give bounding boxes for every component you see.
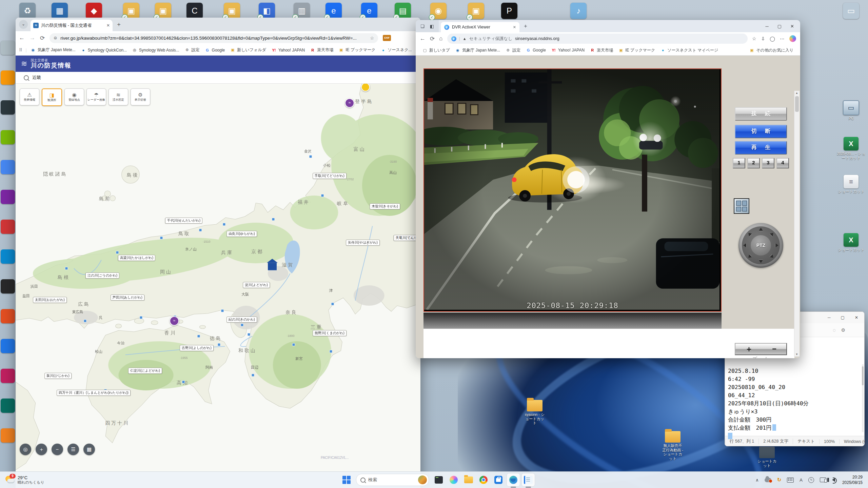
- map-tool-button[interactable]: ◉ 登録地点: [64, 88, 84, 105]
- bookmark-item[interactable]: ◉ 気象庁 Japan Mete...: [28, 46, 78, 54]
- settings-gear-icon[interactable]: ⚙: [841, 327, 845, 333]
- notepad-scrollbar[interactable]: [862, 364, 864, 432]
- start-button[interactable]: [340, 474, 353, 486]
- river-name-badge[interactable]: 淀川(よどがわ): [243, 282, 270, 288]
- station-dot[interactable]: [199, 229, 202, 232]
- play-button[interactable]: 再 生: [735, 141, 787, 155]
- taskbar-search[interactable]: 検索: [356, 474, 429, 486]
- profile-avatar[interactable]: ◯: [770, 36, 775, 41]
- map-control-button[interactable]: −: [52, 444, 63, 455]
- bookmark-item[interactable]: Y! Yahoo! JAPAN: [269, 47, 308, 54]
- station-dot[interactable]: [218, 343, 221, 346]
- river-name-badge[interactable]: 四万十川（渡川）(しまんとがわ(わたりがわ)): [57, 390, 131, 396]
- taskbar-app-button[interactable]: [432, 473, 445, 486]
- bookmark-item[interactable]: ▢ 新しいタブ: [420, 46, 453, 54]
- desktop-icon[interactable]: P: [501, 3, 517, 19]
- vertical-tabs-icon[interactable]: ◧: [430, 24, 434, 29]
- cctv-video-feed[interactable]: 2025-08-15 20:29:18: [423, 68, 722, 312]
- bookmark-item[interactable]: ▣ IE ブックマーク: [336, 46, 378, 54]
- bookmark-item[interactable]: ◎ Synology Web Assis...: [130, 47, 182, 54]
- river-name-badge[interactable]: 由良川(ゆらがわ): [226, 231, 257, 237]
- desktop-icon[interactable]: ◆: [86, 3, 102, 19]
- desktop-shortcut[interactable]: ▭ PC: [837, 100, 865, 121]
- map-tool-button[interactable]: ⚙ 表示切替: [131, 88, 150, 105]
- channel-button[interactable]: 4: [776, 158, 789, 168]
- page-scrollbar[interactable]: ▲ ▼: [794, 91, 800, 357]
- weather-widget[interactable]: 9 29°C 晴れのちくもり: [0, 475, 127, 485]
- desktop-icon[interactable]: [1, 70, 15, 85]
- river-name-badge[interactable]: 肱川(ひじかわ): [44, 373, 72, 379]
- channel-button[interactable]: 1: [733, 158, 745, 168]
- desktop-icon[interactable]: [1, 428, 15, 443]
- desktop-icon[interactable]: e ✓: [326, 3, 342, 19]
- station-dot[interactable]: [221, 309, 224, 312]
- desktop-icon[interactable]: [1, 279, 15, 293]
- new-tab-button[interactable]: ＋: [116, 20, 122, 28]
- river-name-badge[interactable]: 紀の川(きのかわ): [226, 317, 257, 323]
- desktop-shortcut[interactable]: X 2025-08… - ショートカット: [837, 137, 865, 160]
- taskbar-app-button[interactable]: [447, 473, 460, 486]
- station-dot[interactable]: [321, 194, 324, 197]
- river-name-badge[interactable]: 熊野川(くまのがわ): [313, 330, 347, 336]
- map-tool-button[interactable]: ☂ レーダー画像: [86, 88, 106, 105]
- ime-mode-indicator[interactable]: A: [800, 477, 803, 483]
- desktop-icon[interactable]: [1, 190, 15, 204]
- reload-button[interactable]: ⟳: [430, 35, 435, 42]
- downloads-icon[interactable]: ⇩: [761, 36, 765, 41]
- desktop-folder-shortcut[interactable]: syasinn - ショートカット: [524, 400, 546, 425]
- river-name-badge[interactable]: 手取川(てどりがわ): [313, 173, 347, 179]
- desktop-icon[interactable]: ▭: [843, 3, 859, 19]
- onedrive-icon[interactable]: [765, 478, 771, 482]
- desktop-shortcut[interactable]: ≡ ショートカット: [837, 175, 865, 194]
- volume-icon[interactable]: [832, 478, 835, 482]
- station-dot[interactable]: [140, 316, 143, 319]
- river-name-badge[interactable]: 太田川(おおたがわ): [33, 297, 67, 303]
- map-tool-button[interactable]: ≋ 浸水想定: [108, 88, 128, 105]
- station-dot[interactable]: [248, 333, 251, 336]
- bookmark-item[interactable]: G Google: [523, 47, 549, 54]
- connect-button[interactable]: 接 続: [735, 107, 787, 121]
- forward-button[interactable]: →: [29, 35, 35, 41]
- river-name-badge[interactable]: 吉野川(よしのがわ): [180, 345, 214, 351]
- desktop-icon[interactable]: ▦: [52, 3, 68, 19]
- station-dot[interactable]: [160, 237, 163, 240]
- station-dot[interactable]: [182, 381, 185, 384]
- zoom-menu-icon[interactable]: ◌: [833, 327, 835, 333]
- ptz-dial[interactable]: PTZ: [738, 223, 783, 268]
- desktop-icon[interactable]: ◧ ✓: [259, 3, 275, 19]
- new-tab-button[interactable]: ＋: [523, 23, 528, 30]
- apps-grid-icon[interactable]: ⠿: [19, 47, 22, 53]
- bookmark-item[interactable]: Y! Yahoo! JAPAN: [549, 47, 587, 54]
- channel-button[interactable]: 3: [762, 158, 774, 168]
- desktop-icon[interactable]: C: [186, 3, 203, 19]
- zoom-in-button[interactable]: ＋: [745, 344, 753, 354]
- close-button[interactable]: ✕: [855, 315, 858, 320]
- other-favorites[interactable]: ▣その他のお気に入り: [747, 46, 796, 54]
- maximize-button[interactable]: ▢: [841, 315, 845, 320]
- bookmark-item[interactable]: R 楽天市場: [308, 46, 336, 54]
- chrome-active-tab[interactable]: ≋ 川の防災情報 - 国土交通省 ✕: [31, 20, 113, 31]
- station-dot[interactable]: [116, 251, 119, 254]
- desktop-folder-shortcut[interactable]: 無人販売不正行為動画 - ショートカット: [662, 431, 684, 461]
- station-dot[interactable]: [84, 320, 87, 323]
- station-dot[interactable]: [65, 267, 68, 270]
- exif-extension-icon[interactable]: EXIF: [383, 35, 391, 41]
- ptz-down-arrow[interactable]: [759, 260, 763, 263]
- station-dot[interactable]: [252, 374, 255, 377]
- bookmark-item[interactable]: G Google: [202, 47, 228, 54]
- taskbar-app-button[interactable]: [507, 473, 520, 486]
- sync-icon[interactable]: ↻: [777, 477, 782, 483]
- desktop-icon[interactable]: [1, 249, 15, 264]
- back-button[interactable]: ←: [420, 35, 426, 42]
- desktop-icon[interactable]: ♻: [19, 3, 36, 19]
- selected-station-icon[interactable]: [268, 263, 277, 270]
- close-button[interactable]: ✕: [790, 24, 794, 29]
- station-dot[interactable]: [330, 350, 333, 353]
- desktop-folder-shortcut[interactable]: ショートカット: [756, 447, 778, 468]
- channel-button[interactable]: 2: [747, 158, 760, 168]
- bookmark-item[interactable]: ⚙ 設定: [182, 46, 202, 54]
- river-name-badge[interactable]: 千代川(せんだいがわ): [165, 218, 202, 224]
- site-settings-icon[interactable]: ⊜: [54, 36, 57, 40]
- edge-active-tab[interactable]: e DVR ActiveX Viewer ✕: [441, 22, 519, 32]
- station-dot[interactable]: [309, 155, 312, 158]
